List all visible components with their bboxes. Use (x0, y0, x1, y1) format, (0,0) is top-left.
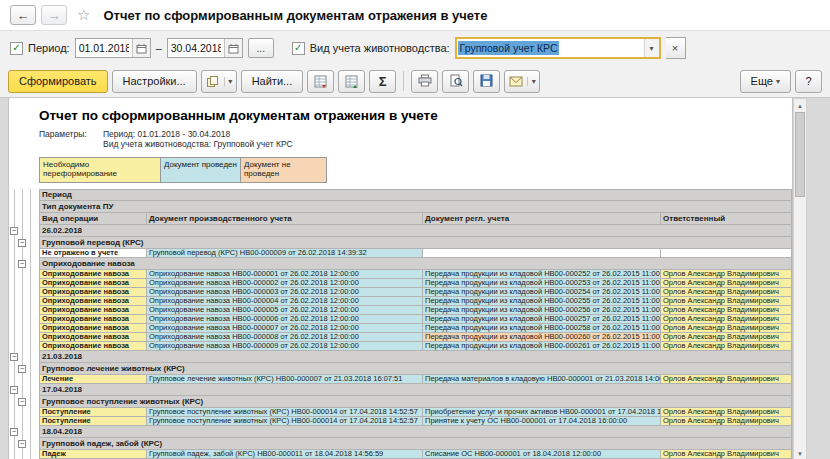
responsible-cell: Орлов Александр Владимирович (661, 288, 792, 297)
collapse-group-button[interactable]: − (18, 260, 26, 268)
collapse-group-button[interactable]: − (10, 353, 18, 361)
calendar-icon[interactable] (132, 39, 150, 57)
scroll-up-icon[interactable]: ▲ (794, 99, 806, 112)
table-row: Оприходование навозаОприходование навоза… (9, 288, 792, 297)
livestock-checkbox[interactable]: ✓ (292, 42, 305, 55)
regl-doc-cell[interactable]: Передача продукции из кладовой НВ00-0002… (423, 306, 661, 315)
favorite-star-icon[interactable]: ☆ (77, 6, 90, 24)
table-row: −Оприходование навоза (9, 258, 792, 270)
production-doc-cell[interactable]: Оприходование навоза НВ00-000006 от 26.0… (147, 315, 423, 324)
chevron-down-icon[interactable]: ▾ (527, 77, 539, 86)
sum-button[interactable]: Σ (369, 70, 396, 93)
regl-doc-cell[interactable]: Приобретение услуг и прочих активов НВ00… (423, 408, 661, 417)
regl-doc-cell[interactable]: Передача продукции из кладовой НВ00-0002… (423, 288, 661, 297)
save-button[interactable] (473, 70, 500, 93)
tree-gutter (9, 189, 39, 201)
find-button[interactable]: Найти... (241, 70, 304, 93)
regl-doc-cell[interactable]: Передача продукции из кладовой НВ00-0002… (423, 333, 661, 342)
production-doc-cell[interactable]: Оприходование навоза НВ00-000001 от 26.0… (147, 270, 423, 279)
expand-groups-button[interactable] (307, 70, 334, 93)
regl-doc-cell[interactable]: Списание ОС НВ00-000001 от 18.04.2018 12… (423, 450, 661, 459)
collapse-group-button[interactable]: − (18, 365, 26, 373)
scroll-thumb[interactable] (795, 112, 805, 197)
regl-doc-cell[interactable]: Передача продукции из кладовой НВ00-0002… (423, 270, 661, 279)
table-row: ПадежГрупповой падеж, забой (КРС) НВ00-0… (9, 450, 792, 459)
operation-cell: Оприходование навоза (39, 333, 147, 342)
group-type: Оприходование навоза (39, 258, 792, 270)
back-icon: ← (17, 8, 30, 23)
regl-doc-cell[interactable]: Передача материалов в кладовую НВ00-0000… (423, 375, 661, 384)
regl-doc-cell[interactable]: Передача продукции из кладовой НВ00-0002… (423, 297, 661, 306)
settings-button[interactable]: Настройки... (112, 70, 197, 93)
table-row: Оприходование навозаОприходование навоза… (9, 324, 792, 333)
forward-button[interactable]: → (41, 5, 67, 25)
table-row: −Групповой перевод (КРС) (9, 237, 792, 249)
scroll-down-icon[interactable]: ▼ (794, 447, 806, 459)
header-period: Период (39, 189, 792, 201)
responsible-cell: Орлов Александр Владимирович (661, 324, 792, 333)
copy-split-button[interactable]: ▾ (201, 70, 237, 93)
production-doc-cell[interactable]: Групповой перевод (КРС) НВ00-000009 от 2… (147, 249, 423, 258)
production-doc-cell[interactable]: Оприходование навоза НВ00-000003 от 26.0… (147, 288, 423, 297)
collapse-group-button[interactable]: − (10, 227, 18, 235)
period-from-input[interactable] (76, 39, 132, 57)
scroll-track[interactable] (794, 197, 806, 447)
production-doc-cell[interactable]: Оприходование навоза НВ00-000005 от 26.0… (147, 306, 423, 315)
production-doc-cell[interactable]: Оприходование навоза НВ00-000009 от 26.0… (147, 342, 423, 351)
livestock-combo[interactable]: Групповой учет КРС ▾ (455, 37, 661, 59)
printer-icon (418, 74, 432, 89)
production-doc-cell[interactable]: Групповое лечение животных (КРС) НВ00-00… (147, 375, 423, 384)
combo-dropdown-icon[interactable]: ▾ (644, 39, 659, 57)
tree-gutter: − (9, 396, 39, 408)
production-doc-cell[interactable]: Оприходование навоза НВ00-000004 от 26.0… (147, 297, 423, 306)
print-button[interactable] (411, 70, 438, 93)
regl-doc-cell[interactable]: Принятие к учету ОС НВ00-000001 от 17.04… (423, 417, 661, 426)
tree-gutter (9, 315, 39, 324)
tree-gutter (9, 408, 39, 417)
tree-gutter (9, 201, 39, 213)
production-doc-cell[interactable]: Групповое поступление животных (КРС) НВ0… (147, 408, 423, 417)
responsible-cell: Орлов Александр Владимирович (661, 408, 792, 417)
more-button[interactable]: Еще ▾ (740, 70, 791, 93)
mail-split-button[interactable]: ▾ (504, 70, 540, 93)
generate-button[interactable]: Сформировать (8, 70, 108, 93)
collapse-groups-button[interactable] (338, 70, 365, 93)
production-doc-cell[interactable]: Групповой падеж, забой (КРС) НВ00-000011… (147, 450, 423, 459)
period-checkbox[interactable]: ✓ (10, 42, 23, 55)
tree-gutter: − (9, 351, 39, 363)
group-type: Групповой падеж, забой (КРС) (39, 438, 792, 450)
regl-doc-cell[interactable]: Передача продукции из кладовой НВ00-0002… (423, 315, 661, 324)
period-options-button[interactable]: ... (248, 38, 274, 58)
operation-cell: Поступление (39, 417, 147, 426)
preview-button[interactable] (442, 70, 469, 93)
params-livestock: Вид учета животноводства: Групповой учет… (103, 139, 792, 149)
operation-cell: Оприходование навоза (39, 315, 147, 324)
table-row: ПоступлениеГрупповое поступление животны… (9, 408, 792, 417)
regl-doc-cell[interactable]: Передача продукции из кладовой НВ00-0002… (423, 342, 661, 351)
collapse-group-button[interactable]: − (18, 440, 26, 448)
collapse-group-button[interactable]: − (10, 428, 18, 436)
calendar-icon[interactable] (224, 39, 242, 57)
regl-doc-cell[interactable]: Передача продукции из кладовой НВ00-0002… (423, 324, 661, 333)
back-button[interactable]: ← (10, 5, 36, 25)
combo-clear-button[interactable]: × (666, 37, 686, 59)
collapse-group-button[interactable]: − (18, 398, 26, 406)
help-button[interactable]: ? (795, 70, 822, 93)
production-doc-cell[interactable]: Оприходование навоза НВ00-000002 от 26.0… (147, 279, 423, 288)
collapse-group-button[interactable]: − (10, 386, 18, 394)
regl-doc-cell[interactable]: Передача продукции из кладовой НВ00-0002… (423, 279, 661, 288)
collapse-group-button[interactable]: − (18, 239, 26, 247)
production-doc-cell[interactable]: Оприходование навоза НВ00-000007 от 26.0… (147, 324, 423, 333)
vertical-scrollbar[interactable]: ▲ ▼ (793, 98, 807, 459)
period-to-input[interactable] (168, 39, 224, 57)
tree-gutter (9, 297, 39, 306)
production-doc-cell[interactable]: Оприходование навоза НВ00-000008 от 26.0… (147, 333, 423, 342)
table-row: ПоступлениеГрупповое поступление животны… (9, 417, 792, 426)
production-doc-cell[interactable]: Групповое поступление животных (КРС) НВ0… (147, 417, 423, 426)
group-type: Групповое поступление животных (КРС) (39, 396, 792, 408)
responsible-cell: Орлов Александр Владимирович (661, 450, 792, 459)
chevron-down-icon[interactable]: ▾ (224, 77, 236, 86)
page-title: Отчет по сформированным документам отраж… (103, 8, 487, 23)
report-table: ПериодТип документа ПУВид операцииДокуме… (9, 189, 792, 459)
toolbar-separator (403, 71, 404, 91)
